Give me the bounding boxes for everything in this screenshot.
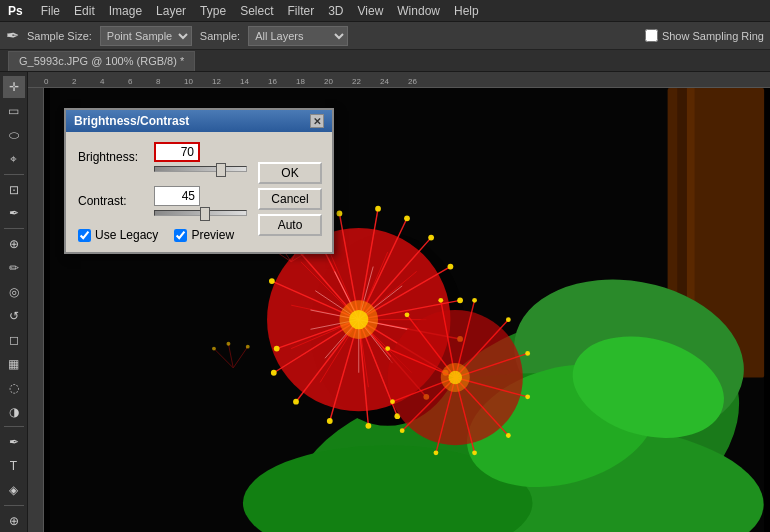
menu-type[interactable]: Type — [200, 4, 226, 18]
tool-zoom[interactable]: ⊕ — [3, 510, 25, 532]
sample-select[interactable]: All Layers — [248, 26, 348, 46]
tool-pen[interactable]: ✒ — [3, 431, 25, 453]
contrast-slider-container — [154, 186, 247, 216]
tab-bar: G_5993c.JPG @ 100% (RGB/8) * — [0, 50, 770, 72]
tool-gradient[interactable]: ▦ — [3, 353, 25, 375]
tool-history[interactable]: ↺ — [3, 305, 25, 327]
ok-button[interactable]: OK — [258, 162, 322, 184]
brightness-slider-track[interactable] — [154, 166, 247, 172]
preview-option: Preview — [174, 228, 234, 242]
menu-3d[interactable]: 3D — [328, 4, 343, 18]
show-sampling-ring-checkbox[interactable] — [645, 29, 658, 42]
menu-window[interactable]: Window — [397, 4, 440, 18]
document-tab[interactable]: G_5993c.JPG @ 100% (RGB/8) * — [8, 51, 195, 71]
svg-point-111 — [246, 345, 250, 349]
svg-point-36 — [375, 206, 381, 212]
use-legacy-option: Use Legacy — [78, 228, 158, 242]
menu-file[interactable]: File — [41, 4, 60, 18]
tool-clone[interactable]: ◎ — [3, 281, 25, 303]
dialog-footer: Use Legacy Preview — [78, 228, 247, 242]
contrast-row: Contrast: — [78, 186, 247, 216]
tool-type[interactable]: T — [3, 455, 25, 477]
svg-point-97 — [449, 371, 463, 385]
main-area: ✛ ▭ ⬭ ⌖ ⊡ ✒ ⊕ ✏ ◎ ↺ ◻ ▦ ◌ ◑ ✒ T ◈ ⊕ 0 2 … — [0, 72, 770, 532]
tool-path[interactable]: ◈ — [3, 479, 25, 501]
auto-button[interactable]: Auto — [258, 214, 322, 236]
menu-image[interactable]: Image — [109, 4, 142, 18]
ruler-tick-6: 6 — [128, 72, 156, 87]
contrast-slider-thumb[interactable] — [200, 207, 210, 221]
ruler-tick-12: 12 — [212, 72, 240, 87]
app-logo: Ps — [8, 4, 23, 18]
dialog-close-button[interactable]: ✕ — [310, 114, 324, 128]
tool-eyedropper[interactable]: ✒ — [3, 202, 25, 224]
tool-crop[interactable]: ⊡ — [3, 179, 25, 201]
tool-blur[interactable]: ◌ — [3, 377, 25, 399]
left-toolbar: ✛ ▭ ⬭ ⌖ ⊡ ✒ ⊕ ✏ ◎ ↺ ◻ ▦ ◌ ◑ ✒ T ◈ ⊕ — [0, 72, 28, 532]
menu-edit[interactable]: Edit — [74, 4, 95, 18]
brightness-slider-thumb[interactable] — [216, 163, 226, 177]
svg-point-38 — [428, 235, 434, 241]
ruler-tick-20: 20 — [324, 72, 352, 87]
ruler-tick-8: 8 — [156, 72, 184, 87]
svg-point-86 — [405, 312, 410, 317]
ruler-tick-16: 16 — [268, 72, 296, 87]
svg-point-46 — [327, 418, 333, 424]
ruler-tick-18: 18 — [296, 72, 324, 87]
dialog-titlebar[interactable]: Brightness/Contrast ✕ — [66, 110, 332, 132]
menu-view[interactable]: View — [358, 4, 384, 18]
svg-point-88 — [472, 298, 477, 303]
ruler-tick-24: 24 — [380, 72, 408, 87]
ruler-tick-10: 10 — [184, 72, 212, 87]
svg-point-47 — [293, 399, 299, 405]
menu-help[interactable]: Help — [454, 4, 479, 18]
contrast-slider-track[interactable] — [154, 210, 247, 216]
cancel-button[interactable]: Cancel — [258, 188, 322, 210]
show-sampling-ring-label: Show Sampling Ring — [662, 30, 764, 42]
document-tab-label: G_5993c.JPG @ 100% (RGB/8) * — [19, 55, 184, 67]
svg-point-31 — [269, 278, 275, 284]
preview-checkbox[interactable] — [174, 229, 187, 242]
svg-point-39 — [448, 264, 454, 270]
toolbar-divider-1 — [4, 174, 24, 175]
svg-point-90 — [525, 351, 530, 356]
svg-point-35 — [337, 211, 343, 217]
ruler-horizontal: 0 2 4 6 8 10 12 14 16 18 20 22 24 26 — [28, 72, 770, 88]
sample-label: Sample: — [200, 30, 240, 42]
contrast-input[interactable] — [154, 186, 200, 206]
svg-point-45 — [365, 423, 371, 429]
brightness-contrast-dialog: Brightness/Contrast ✕ Brightness: — [64, 108, 334, 254]
tool-healing[interactable]: ⊕ — [3, 233, 25, 255]
brightness-input[interactable] — [154, 142, 200, 162]
svg-point-89 — [506, 317, 511, 322]
sample-size-select[interactable]: Point Sample — [100, 26, 192, 46]
svg-point-87 — [438, 298, 443, 303]
use-legacy-checkbox[interactable] — [78, 229, 91, 242]
svg-point-92 — [506, 433, 511, 438]
tool-eraser[interactable]: ◻ — [3, 329, 25, 351]
brightness-label: Brightness: — [78, 150, 148, 164]
menu-select[interactable]: Select — [240, 4, 273, 18]
ruler-tick-4: 4 — [100, 72, 128, 87]
ruler-tick-26: 26 — [408, 72, 436, 87]
ruler-ticks-h: 0 2 4 6 8 10 12 14 16 18 20 22 24 26 — [28, 72, 770, 87]
svg-point-94 — [434, 450, 439, 455]
dialog-buttons: OK Cancel Auto — [258, 162, 322, 236]
ruler-tick-14: 14 — [240, 72, 268, 87]
menu-filter[interactable]: Filter — [287, 4, 314, 18]
tool-marquee[interactable]: ▭ — [3, 100, 25, 122]
svg-point-109 — [212, 347, 216, 351]
dialog-title: Brightness/Contrast — [74, 114, 189, 128]
flower-background: Brightness/Contrast ✕ Brightness: — [44, 88, 770, 532]
dialog-body: Brightness: Contrast: — [66, 132, 332, 252]
contrast-label: Contrast: — [78, 194, 148, 208]
tool-brush[interactable]: ✏ — [3, 257, 25, 279]
menu-layer[interactable]: Layer — [156, 4, 186, 18]
tool-move[interactable]: ✛ — [3, 76, 25, 98]
svg-point-95 — [400, 428, 405, 433]
tool-dodge[interactable]: ◑ — [3, 401, 25, 423]
svg-point-84 — [385, 346, 390, 351]
tool-lasso[interactable]: ⬭ — [3, 124, 25, 146]
sample-size-label: Sample Size: — [27, 30, 92, 42]
tool-magic-wand[interactable]: ⌖ — [3, 148, 25, 170]
